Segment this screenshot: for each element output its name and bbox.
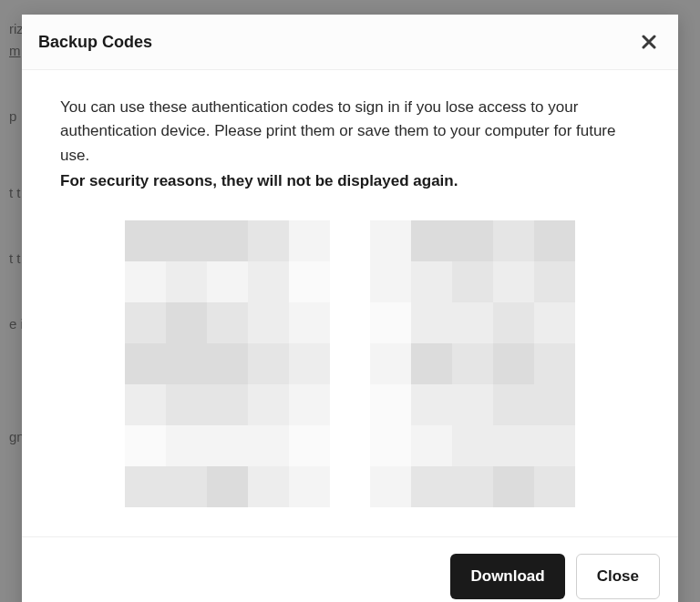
close-icon[interactable] — [638, 31, 660, 53]
modal-header: Backup Codes — [22, 15, 678, 70]
download-button[interactable]: Download — [450, 554, 564, 599]
modal-description: You can use these authentication codes t… — [60, 96, 640, 168]
backup-codes-modal: Backup Codes You can use these authentic… — [22, 15, 678, 602]
close-button[interactable]: Close — [576, 554, 660, 599]
code-block-right — [370, 220, 575, 507]
code-block-left — [125, 220, 330, 507]
modal-footer: Download Close — [22, 536, 678, 602]
codes-area — [60, 220, 640, 507]
modal-title: Backup Codes — [38, 33, 152, 52]
modal-warning: For security reasons, they will not be d… — [60, 169, 640, 193]
modal-body: You can use these authentication codes t… — [22, 70, 678, 536]
